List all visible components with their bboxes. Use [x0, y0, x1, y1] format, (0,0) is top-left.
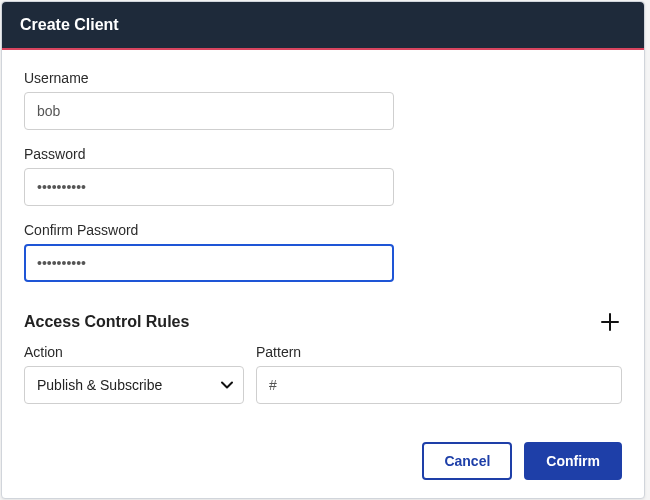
acl-pattern-col: Pattern: [256, 344, 622, 404]
acl-action-select[interactable]: Publish & Subscribe: [24, 366, 244, 404]
confirm-button-label: Confirm: [546, 453, 600, 469]
create-client-modal: Create Client Username Password Confirm …: [1, 1, 645, 499]
acl-rule-row: Action Publish & Subscribe Pattern: [24, 344, 622, 404]
confirm-button[interactable]: Confirm: [524, 442, 622, 480]
acl-pattern-input[interactable]: [256, 366, 622, 404]
acl-action-col: Action Publish & Subscribe: [24, 344, 244, 404]
username-group: Username: [24, 70, 622, 130]
acl-action-value: Publish & Subscribe: [37, 377, 162, 393]
modal-body: Username Password Confirm Password Acces…: [2, 50, 644, 426]
confirm-password-group: Confirm Password: [24, 222, 622, 282]
modal-footer: Cancel Confirm: [2, 426, 644, 498]
password-label: Password: [24, 146, 622, 162]
plus-icon: [601, 313, 619, 331]
confirm-password-input[interactable]: [24, 244, 394, 282]
acl-pattern-label: Pattern: [256, 344, 622, 360]
cancel-button-label: Cancel: [444, 453, 490, 469]
confirm-password-label: Confirm Password: [24, 222, 622, 238]
add-rule-button[interactable]: [598, 310, 622, 334]
password-input[interactable]: [24, 168, 394, 206]
modal-title: Create Client: [20, 16, 119, 33]
acl-header-row: Access Control Rules: [24, 310, 622, 334]
modal-header: Create Client: [2, 2, 644, 50]
username-label: Username: [24, 70, 622, 86]
cancel-button[interactable]: Cancel: [422, 442, 512, 480]
username-input[interactable]: [24, 92, 394, 130]
password-group: Password: [24, 146, 622, 206]
acl-action-label: Action: [24, 344, 244, 360]
acl-title: Access Control Rules: [24, 313, 189, 331]
